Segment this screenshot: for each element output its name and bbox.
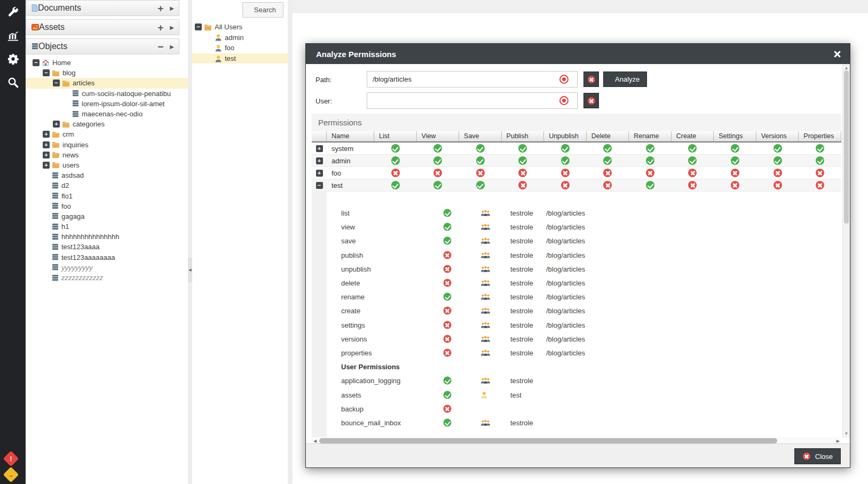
tree-item-home[interactable]: −Home bbox=[26, 58, 188, 68]
header-cell-settings[interactable]: Settings bbox=[714, 131, 756, 141]
header-cell-create[interactable]: Create bbox=[672, 131, 714, 141]
panel-splitter-2[interactable] bbox=[288, 0, 293, 484]
search-icon[interactable] bbox=[0, 70, 26, 94]
permission-row-admin[interactable]: +admin bbox=[312, 155, 841, 167]
tree-item-hhhhhhhhhhhhhhh[interactable]: hhhhhhhhhhhhhhh bbox=[26, 232, 188, 242]
chevron-right-icon[interactable]: ▶ bbox=[170, 5, 174, 11]
permission-row-test[interactable]: −test bbox=[312, 179, 841, 192]
maintenance-diamond-icon[interactable]: ... bbox=[3, 467, 19, 483]
collapse-minus-icon[interactable]: − bbox=[195, 23, 202, 30]
tree-item-crm[interactable]: +crm bbox=[26, 129, 188, 139]
detail-permission-name: versions bbox=[341, 335, 367, 343]
expand-plus-icon[interactable]: + bbox=[43, 162, 50, 169]
users-panel: Search −All Usersadminfootest bbox=[192, 0, 288, 484]
tree-item-blog[interactable]: −blog bbox=[26, 68, 188, 78]
expand-plus-icon[interactable]: + bbox=[53, 121, 60, 128]
header-cell-properties[interactable]: Properties bbox=[799, 131, 841, 141]
add-icon[interactable]: + bbox=[157, 22, 163, 33]
collapse-panel-arrow[interactable]: ◀ bbox=[188, 258, 192, 282]
header-cell-unpublish[interactable]: Unpublish bbox=[544, 131, 587, 141]
detail-path: /blog/articles bbox=[546, 209, 585, 217]
error-diamond-icon[interactable]: ! bbox=[3, 451, 19, 467]
tree-item-all-users[interactable]: −All Users bbox=[192, 22, 288, 33]
tree-item-cum-sociis-natoque-penatibu[interactable]: cum-sociis-natoque-penatibu bbox=[26, 89, 188, 99]
header-cell-view[interactable]: View bbox=[417, 131, 460, 141]
add-icon[interactable]: + bbox=[157, 3, 163, 13]
scroll-left-arrow[interactable]: ◀ bbox=[313, 439, 317, 443]
settings-gear-icon[interactable] bbox=[0, 47, 26, 70]
tree-item-users[interactable]: +users bbox=[26, 160, 188, 170]
permission-row-system[interactable]: +system bbox=[312, 142, 841, 155]
scroll-right-arrow[interactable]: ▶ bbox=[837, 439, 840, 443]
close-button[interactable]: Close bbox=[794, 448, 841, 464]
user-group-icon bbox=[480, 237, 491, 244]
scroll-down-arrow[interactable]: ▼ bbox=[843, 431, 850, 436]
header-cell-delete[interactable]: Delete bbox=[587, 131, 629, 141]
collapse-minus-icon[interactable]: − bbox=[316, 182, 323, 189]
header-cell-save[interactable]: Save bbox=[459, 131, 502, 141]
chevron-right-icon[interactable]: ▶ bbox=[170, 44, 174, 50]
collapse-minus-icon[interactable]: − bbox=[157, 42, 163, 52]
analyze-button[interactable]: Analyze bbox=[603, 72, 647, 87]
tree-item-foo[interactable]: foo bbox=[192, 43, 288, 53]
detail-row-bounce_mail_inbox: bounce_mail_inboxtestrole bbox=[312, 416, 841, 430]
permission-row-foo[interactable]: +foo bbox=[312, 167, 841, 179]
vertical-scroll-thumb[interactable] bbox=[844, 70, 849, 224]
tree-item-inquiries[interactable]: +inquiries bbox=[26, 140, 188, 150]
header-cell-list[interactable]: List bbox=[374, 131, 417, 141]
path-target-icon[interactable] bbox=[559, 75, 569, 84]
panel-splitter[interactable]: ◀ bbox=[188, 0, 192, 484]
tree-item-categories[interactable]: +categories bbox=[26, 119, 188, 129]
tree-item-test[interactable]: test bbox=[192, 53, 288, 64]
accordion-header-assets[interactable]: Assets+▶ bbox=[26, 19, 179, 35]
tree-item-zzzzzzzzzzzz[interactable]: zzzzzzzzzzzz bbox=[26, 273, 188, 283]
tree-item-test123aaaa[interactable]: test123aaaa bbox=[26, 242, 188, 252]
vertical-scrollbar[interactable]: ▲ ▼ bbox=[842, 64, 850, 438]
tree-item-asdsad[interactable]: asdsad bbox=[26, 170, 188, 180]
tree-item-gagaga[interactable]: gagaga bbox=[26, 211, 188, 221]
scroll-up-arrow[interactable]: ▲ bbox=[843, 66, 850, 70]
tree-item-flo1[interactable]: flo1 bbox=[26, 191, 188, 201]
chevron-right-icon[interactable]: ▶ bbox=[170, 25, 174, 30]
wrench-icon[interactable] bbox=[0, 0, 26, 23]
header-cell-name[interactable]: Name bbox=[327, 131, 374, 141]
detail-permission-name: save bbox=[341, 237, 356, 245]
accordion-header-objects[interactable]: Objects−▶ bbox=[26, 38, 179, 54]
tree-item-foo[interactable]: foo bbox=[26, 201, 188, 211]
allowed-check-icon bbox=[603, 156, 612, 165]
tree-item-yyyyyyyyy[interactable]: yyyyyyyyy bbox=[26, 263, 188, 273]
clear-path-button[interactable] bbox=[583, 72, 599, 87]
path-input[interactable] bbox=[367, 71, 578, 88]
expand-plus-icon[interactable]: + bbox=[43, 152, 50, 158]
collapse-minus-icon[interactable]: − bbox=[43, 69, 50, 76]
expand-plus-icon[interactable]: + bbox=[43, 131, 50, 138]
search-button[interactable]: Search bbox=[242, 2, 283, 18]
clear-user-button[interactable] bbox=[583, 93, 599, 108]
collapse-minus-icon[interactable]: − bbox=[53, 80, 60, 86]
tree-item-h1[interactable]: h1 bbox=[26, 221, 188, 232]
accordion-header-documents[interactable]: Documents+▶ bbox=[26, 0, 179, 16]
expand-plus-icon[interactable]: + bbox=[316, 145, 323, 152]
expand-plus-icon[interactable]: + bbox=[316, 157, 323, 164]
tree-item-articles[interactable]: −articles bbox=[26, 78, 188, 88]
close-x-icon[interactable] bbox=[833, 50, 841, 58]
header-cell-rename[interactable]: Rename bbox=[629, 131, 672, 141]
tree-item-lorem-ipsum-dolor-sit-amet[interactable]: lorem-ipsum-dolor-sit-amet bbox=[26, 99, 188, 109]
expand-plus-icon[interactable]: + bbox=[43, 141, 50, 148]
header-cell-publish[interactable]: Publish bbox=[502, 131, 545, 141]
expand-plus-icon[interactable]: + bbox=[316, 170, 323, 177]
horizontal-scroll-thumb[interactable] bbox=[319, 438, 777, 443]
collapse-minus-icon[interactable]: − bbox=[33, 59, 40, 66]
tree-item-test123aaaaaaaa[interactable]: test123aaaaaaaa bbox=[26, 252, 188, 263]
tree-item-news[interactable]: +news bbox=[26, 150, 188, 160]
tree-item-admin[interactable]: admin bbox=[192, 33, 288, 43]
tree-item-maecenas-nec-odio[interactable]: maecenas-nec-odio bbox=[26, 109, 188, 119]
user-target-icon[interactable] bbox=[559, 96, 569, 105]
detail-row-assets: assetstest bbox=[312, 387, 841, 401]
user-input[interactable] bbox=[367, 92, 578, 109]
allowed-check-icon bbox=[433, 144, 442, 153]
header-cell-versions[interactable]: Versions bbox=[756, 131, 799, 141]
statistics-icon[interactable] bbox=[0, 23, 26, 47]
dialog-header[interactable]: Analyze Permissions bbox=[306, 44, 850, 64]
tree-item-d2[interactable]: d2 bbox=[26, 180, 188, 191]
